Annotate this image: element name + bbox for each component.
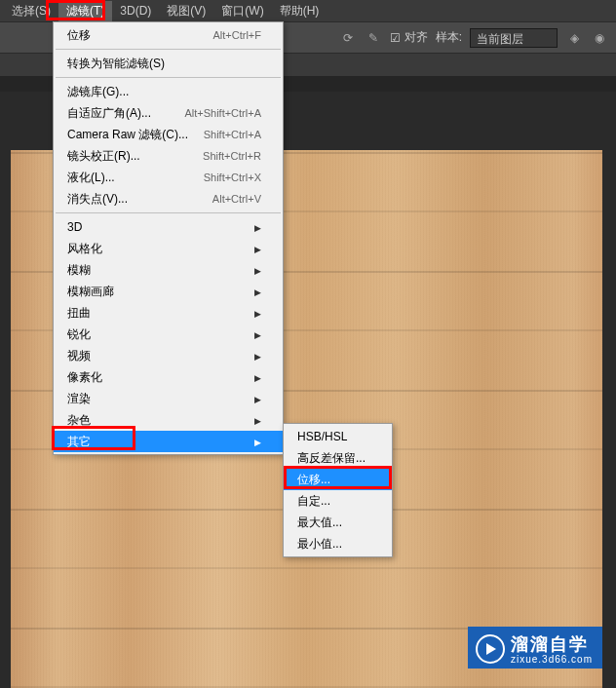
menu-item-blur-gallery[interactable]: 模糊画廊 xyxy=(54,281,283,302)
watermark-sub: zixue.3d66.com xyxy=(511,654,593,665)
submenu-arrow-icon xyxy=(254,392,261,405)
align-checkbox[interactable]: ☑ 对齐 xyxy=(390,29,428,46)
submenu-arrow-icon xyxy=(254,242,261,255)
menu-item-liquify[interactable]: 液化(L)... Shift+Ctrl+X xyxy=(54,167,283,188)
menu-separator xyxy=(56,77,281,78)
menu-help[interactable]: 帮助(H) xyxy=(272,1,327,21)
submenu-item-maximum[interactable]: 最大值... xyxy=(284,512,392,533)
menu-label: 自定... xyxy=(297,493,330,510)
menu-shortcut: Shift+Ctrl+X xyxy=(204,172,261,183)
checkbox-icon: ☑ xyxy=(390,31,401,45)
menu-item-stylize[interactable]: 风格化 xyxy=(54,238,283,259)
menu-label: 视频 xyxy=(67,348,91,364)
submenu-item-highpass[interactable]: 高反差保留... xyxy=(284,447,392,469)
watermark: 溜溜自学 zixue.3d66.com xyxy=(468,627,602,669)
menu-item-gallery[interactable]: 滤镜库(G)... xyxy=(54,81,283,102)
ignore-adjustment-icon[interactable]: ◈ xyxy=(565,29,583,47)
menu-3d[interactable]: 3D(D) xyxy=(112,2,159,19)
menu-item-recent[interactable]: 位移 Alt+Ctrl+F xyxy=(54,24,283,46)
submenu-arrow-icon xyxy=(254,263,261,277)
menu-item-lens-correction[interactable]: 镜头校正(R)... Shift+Ctrl+R xyxy=(54,145,283,167)
menu-shortcut: Alt+Ctrl+F xyxy=(212,29,261,41)
menu-label: 其它 xyxy=(67,434,91,450)
menu-view[interactable]: 视图(V) xyxy=(159,1,213,21)
menu-shortcut: Alt+Shift+Ctrl+A xyxy=(184,107,261,119)
menu-label: 自适应广角(A)... xyxy=(67,105,151,122)
menu-separator xyxy=(56,49,281,50)
align-label: 对齐 xyxy=(404,29,428,46)
menu-shortcut: Shift+Ctrl+R xyxy=(203,150,261,162)
menu-label: Camera Raw 滤镜(C)... xyxy=(67,127,188,143)
menu-window[interactable]: 窗口(W) xyxy=(213,1,271,21)
submenu-arrow-icon xyxy=(254,220,261,234)
play-icon xyxy=(476,634,505,664)
submenu-arrow-icon xyxy=(254,435,261,448)
submenu-arrow-icon xyxy=(254,370,261,384)
menu-label: 扭曲 xyxy=(67,305,91,322)
submenu-arrow-icon xyxy=(254,327,261,341)
menu-item-other[interactable]: 其它 xyxy=(54,431,283,452)
menu-item-video[interactable]: 视频 xyxy=(54,345,283,366)
menu-label: 镜头校正(R)... xyxy=(67,148,140,165)
menu-item-adaptive-wide-angle[interactable]: 自适应广角(A)... Alt+Shift+Ctrl+A xyxy=(54,102,283,124)
menu-label: 锐化 xyxy=(67,326,91,343)
submenu-arrow-icon xyxy=(254,306,261,320)
menu-label: 高反差保留... xyxy=(297,450,366,467)
menu-label: 位移... xyxy=(297,472,330,488)
sample-select[interactable]: 当前图层 xyxy=(470,28,558,48)
submenu-arrow-icon xyxy=(254,413,261,427)
menu-item-render[interactable]: 渲染 xyxy=(54,388,283,409)
rotate-icon[interactable]: ⟳ xyxy=(339,29,357,47)
menu-filter[interactable]: 滤镜(T) xyxy=(58,1,112,21)
menu-label: 风格化 xyxy=(67,241,102,257)
menu-shortcut: Shift+Ctrl+A xyxy=(204,129,261,140)
watermark-title: 溜溜自学 xyxy=(511,632,593,656)
menu-label: 消失点(V)... xyxy=(67,191,128,208)
menu-item-3d[interactable]: 3D xyxy=(54,216,283,238)
submenu-item-minimum[interactable]: 最小值... xyxy=(284,533,392,554)
menu-label: 最大值... xyxy=(297,515,342,531)
menu-item-pixelate[interactable]: 像素化 xyxy=(54,366,283,388)
submenu-arrow-icon xyxy=(254,285,261,298)
menu-item-blur[interactable]: 模糊 xyxy=(54,259,283,281)
menu-label: 模糊 xyxy=(67,262,91,279)
menu-item-sharpen[interactable]: 锐化 xyxy=(54,324,283,345)
menu-item-smartfilter[interactable]: 转换为智能滤镜(S) xyxy=(54,53,283,74)
menu-label: 液化(L)... xyxy=(67,170,115,186)
menu-label: 转换为智能滤镜(S) xyxy=(67,56,165,72)
pressure-icon[interactable]: ✎ xyxy=(365,29,382,47)
menu-label: 最小值... xyxy=(297,536,342,553)
submenu-item-offset[interactable]: 位移... xyxy=(284,469,392,490)
submenu-arrow-icon xyxy=(254,349,261,363)
menu-shortcut: Alt+Ctrl+V xyxy=(212,193,261,205)
menu-label: 3D xyxy=(67,220,82,234)
pressure-size-icon[interactable]: ◉ xyxy=(591,29,608,47)
menubar: 选择(S) 滤镜(T) 3D(D) 视图(V) 窗口(W) 帮助(H) xyxy=(0,0,616,21)
filter-dropdown: 位移 Alt+Ctrl+F 转换为智能滤镜(S) 滤镜库(G)... 自适应广角… xyxy=(53,21,284,455)
menu-label: 像素化 xyxy=(67,369,102,386)
other-submenu: HSB/HSL 高反差保留... 位移... 自定... 最大值... 最小值.… xyxy=(283,423,393,557)
menu-label: HSB/HSL xyxy=(297,430,347,443)
menu-item-camera-raw[interactable]: Camera Raw 滤镜(C)... Shift+Ctrl+A xyxy=(54,124,283,145)
menu-item-distort[interactable]: 扭曲 xyxy=(54,302,283,324)
menu-item-noise[interactable]: 杂色 xyxy=(54,409,283,431)
menu-item-vanishing-point[interactable]: 消失点(V)... Alt+Ctrl+V xyxy=(54,188,283,210)
menu-label: 渲染 xyxy=(67,391,91,407)
menu-select[interactable]: 选择(S) xyxy=(4,1,58,21)
menu-label: 位移 xyxy=(67,27,91,44)
menu-label: 杂色 xyxy=(67,412,91,429)
submenu-item-hsb-hsl[interactable]: HSB/HSL xyxy=(284,426,392,447)
menu-separator xyxy=(56,212,281,213)
menu-label: 滤镜库(G)... xyxy=(67,84,129,100)
submenu-item-custom[interactable]: 自定... xyxy=(284,490,392,512)
sample-label: 样本: xyxy=(436,29,462,46)
menu-label: 模糊画廊 xyxy=(67,284,114,300)
